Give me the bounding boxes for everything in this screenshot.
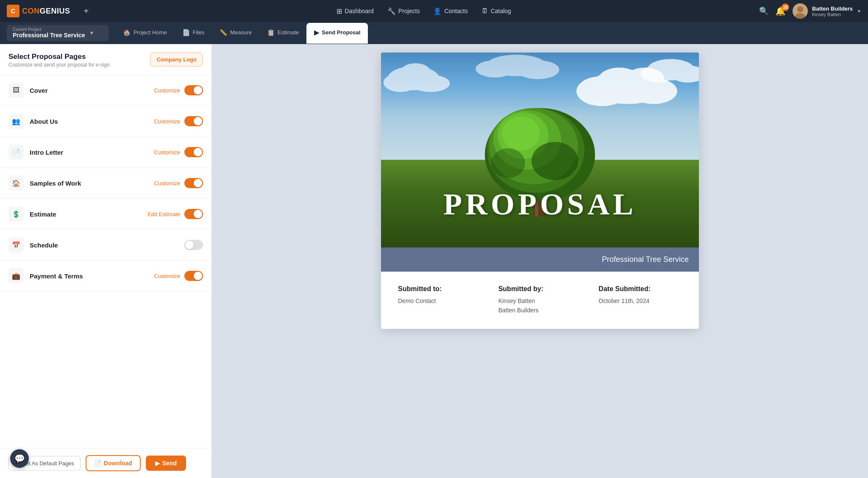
samples-toggle[interactable] bbox=[184, 178, 203, 188]
tab-label-estimate: Estimate bbox=[278, 29, 299, 36]
search-icon[interactable]: 🔍 bbox=[759, 6, 768, 16]
samples-customize-link[interactable]: Customize bbox=[154, 180, 180, 186]
cover-customize-link[interactable]: Customize bbox=[154, 87, 180, 94]
tab-measure[interactable]: 📏 Measure bbox=[212, 23, 259, 44]
about-us-label: About Us bbox=[30, 118, 148, 125]
project-selector[interactable]: Current Project Professional Tree Servic… bbox=[7, 25, 108, 41]
project-name: Professional Tree Service bbox=[13, 32, 85, 39]
payment-terms-icon: 💼 bbox=[8, 268, 24, 283]
estimate-icon: 📋 bbox=[267, 29, 275, 36]
project-home-icon: 🏠 bbox=[123, 29, 131, 36]
tab-project-home[interactable]: 🏠 Project Home bbox=[115, 23, 175, 44]
tab-estimate[interactable]: 📋 Estimate bbox=[259, 23, 307, 44]
proposal-subtitle-bar: Professional Tree Service bbox=[381, 247, 699, 272]
samples-toggle-track bbox=[184, 178, 203, 188]
download-button[interactable]: 📄 Download bbox=[86, 455, 141, 471]
page-item-schedule: 📅 Schedule bbox=[0, 230, 211, 261]
schedule-toggle-track bbox=[184, 240, 203, 250]
send-proposal-icon: ▶ bbox=[314, 29, 319, 36]
submitted-to-col: Submitted to: Demo Contact bbox=[398, 285, 481, 315]
nav-label-projects: Projects bbox=[398, 8, 420, 14]
page-item-samples: 🏠 Samples of Work Customize bbox=[0, 168, 211, 199]
schedule-toggle[interactable] bbox=[184, 240, 203, 250]
intro-letter-customize-link[interactable]: Customize bbox=[154, 149, 180, 156]
nav-item-projects[interactable]: 🔧 Projects bbox=[381, 5, 426, 18]
schedule-label: Schedule bbox=[30, 242, 178, 249]
svg-point-17 bbox=[516, 60, 559, 79]
project-chevron-icon: ▼ bbox=[89, 30, 94, 36]
tab-label-measure: Measure bbox=[230, 29, 252, 36]
estimate-edit-link[interactable]: Edit Estimate bbox=[147, 211, 180, 217]
tab-send-proposal[interactable]: ▶ Send Proposal bbox=[306, 23, 368, 44]
company-logo-button[interactable]: Company Logo bbox=[150, 53, 203, 67]
submitted-by-name: Kinsey Batten bbox=[498, 296, 582, 306]
preview-area: PROPOSAL Professional Tree Service Submi… bbox=[212, 44, 868, 478]
nav-items: ⊞ Dashboard 🔧 Projects 👤 Contacts 🗓 Cata… bbox=[99, 5, 749, 18]
nav-item-catalog[interactable]: 🗓 Catalog bbox=[476, 5, 517, 18]
catalog-icon: 🗓 bbox=[481, 7, 488, 15]
proposal-word: PROPOSAL bbox=[381, 187, 699, 222]
nav-item-contacts[interactable]: 👤 Contacts bbox=[427, 5, 473, 18]
payment-terms-toggle-thumb bbox=[194, 272, 202, 280]
page-item-estimate: 💲 Estimate Edit Estimate bbox=[0, 199, 211, 230]
user-menu[interactable]: Batten Builders Kinsey Batten ▼ bbox=[793, 3, 861, 19]
proposal-details: Submitted to: Demo Contact Submitted by:… bbox=[381, 272, 699, 329]
intro-letter-toggle-thumb bbox=[194, 148, 202, 156]
intro-letter-icon: 📄 bbox=[8, 145, 24, 160]
about-us-customize-link[interactable]: Customize bbox=[154, 118, 180, 125]
date-submitted-label: Date Submitted: bbox=[598, 285, 682, 293]
project-selector-text: Current Project Professional Tree Servic… bbox=[13, 28, 85, 39]
send-icon: ▶ bbox=[155, 460, 160, 467]
intro-letter-toggle[interactable] bbox=[184, 147, 203, 157]
proposal-subtitle-text: Professional Tree Service bbox=[602, 255, 689, 264]
about-us-icon: 👥 bbox=[8, 114, 24, 129]
send-button[interactable]: ▶ Send bbox=[146, 456, 186, 471]
files-icon: 📄 bbox=[182, 29, 190, 36]
download-label: Download bbox=[104, 460, 132, 467]
svg-point-27 bbox=[491, 148, 525, 178]
page-item-cover: 🖼 Cover Customize bbox=[0, 75, 211, 106]
page-item-about-us: 👥 About Us Customize bbox=[0, 106, 211, 137]
cover-toggle-track bbox=[184, 85, 203, 95]
sidebar-title: Select Proposal Pages bbox=[8, 53, 110, 61]
top-navigation: C CONGENIUS + ⊞ Dashboard 🔧 Projects 👤 C… bbox=[0, 0, 868, 22]
notifications-button[interactable]: 🔔 28 bbox=[775, 6, 786, 16]
contacts-icon: 👤 bbox=[433, 7, 442, 15]
nav-label-contacts: Contacts bbox=[444, 8, 467, 14]
payment-terms-actions: Customize bbox=[154, 271, 203, 281]
brand-logo[interactable]: C CONGENIUS bbox=[7, 5, 70, 17]
payment-terms-toggle[interactable] bbox=[184, 271, 203, 281]
cover-toggle-thumb bbox=[194, 86, 202, 94]
payment-terms-customize-link[interactable]: Customize bbox=[154, 273, 180, 279]
estimate-toggle[interactable] bbox=[184, 209, 203, 219]
page-item-payment-terms: 💼 Payment & Terms Customize bbox=[0, 261, 211, 292]
proposal-hero: PROPOSAL bbox=[381, 53, 699, 247]
about-us-toggle[interactable] bbox=[184, 116, 203, 126]
about-us-toggle-track bbox=[184, 116, 203, 126]
current-project-label: Current Project bbox=[13, 28, 85, 32]
sidebar-subtitle: Customize and send your proposal for e-s… bbox=[8, 62, 110, 68]
intro-letter-label: Intro Letter bbox=[30, 149, 148, 156]
add-button[interactable]: + bbox=[84, 6, 89, 16]
submitted-to-value: Demo Contact bbox=[398, 296, 481, 306]
estimate-toggle-thumb bbox=[194, 210, 202, 218]
page-item-intro-letter: 📄 Intro Letter Customize bbox=[0, 137, 211, 168]
intro-letter-toggle-track bbox=[184, 147, 203, 157]
tab-files[interactable]: 📄 Files bbox=[175, 23, 212, 44]
samples-icon: 🏠 bbox=[8, 175, 24, 191]
tab-label-send-proposal: Send Proposal bbox=[322, 29, 360, 36]
cover-label: Cover bbox=[30, 87, 148, 94]
send-label: Send bbox=[162, 460, 177, 467]
user-subtitle: Kinsey Batten bbox=[812, 12, 853, 17]
project-bar: Current Project Professional Tree Servic… bbox=[0, 22, 868, 44]
about-us-toggle-thumb bbox=[194, 117, 202, 125]
tabs-bar: 🏠 Project Home 📄 Files 📏 Measure 📋 Estim… bbox=[115, 23, 368, 44]
user-info: Batten Builders Kinsey Batten bbox=[812, 6, 853, 17]
svg-point-14 bbox=[401, 63, 431, 80]
date-submitted-col: Date Submitted: October 11th, 2024 bbox=[598, 285, 682, 315]
cover-toggle[interactable] bbox=[184, 85, 203, 95]
chat-bubble-button[interactable]: 💬 bbox=[10, 449, 29, 468]
nav-item-dashboard[interactable]: ⊞ Dashboard bbox=[331, 5, 380, 18]
chevron-down-icon: ▼ bbox=[857, 9, 861, 14]
nav-label-catalog: Catalog bbox=[491, 8, 511, 14]
